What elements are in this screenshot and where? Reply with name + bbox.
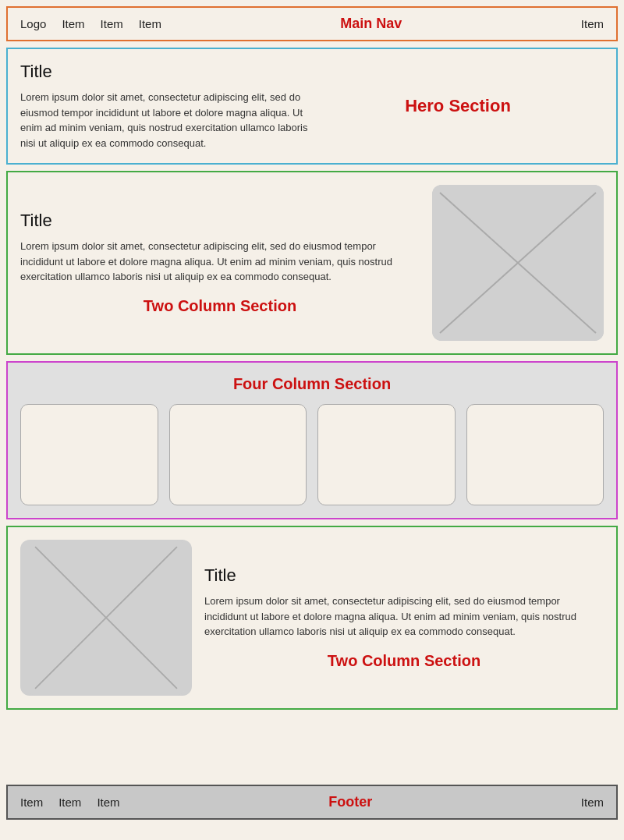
two-col-section-2: Title Lorem ipsum dolor sit amet, consec… [6,526,618,710]
two-col-2-label: Two Column Section [204,652,604,670]
footer-left-items: Item Item Item [20,796,120,809]
hero-label: Hero Section [312,96,604,116]
col-card-3 [317,404,456,505]
hero-body: Lorem ipsum dolor sit amet, consectetur … [20,90,312,151]
col-card-1 [20,404,158,505]
footer-title: Footer [120,794,581,810]
footer-item-3[interactable]: Item [97,796,119,809]
hero-text-block: Title Lorem ipsum dolor sit amet, consec… [20,62,312,151]
footer-item-right[interactable]: Item [581,796,604,809]
two-col-2-title: Title [204,565,604,586]
two-col-1-body: Lorem ipsum dolor sit amet, consectetur … [20,239,420,285]
two-col-1-label: Two Column Section [20,297,420,315]
four-col-label: Four Column Section [20,375,604,393]
two-col-2-image [20,540,192,696]
footer-item-2[interactable]: Item [58,796,81,809]
two-col-1-title: Title [20,211,420,231]
navbar-item-right[interactable]: Item [581,17,604,30]
navbar: Logo Item Item Item Main Nav Item [6,6,618,41]
hero-title: Title [20,62,312,82]
col-card-2 [169,404,307,505]
navbar-title: Main Nav [161,16,581,32]
spacer [0,716,624,778]
footer: Item Item Item Footer Item [6,785,618,820]
navbar-item-2[interactable]: Item [101,17,123,30]
col-card-4 [466,404,604,505]
two-col-2-text-block: Title Lorem ipsum dolor sit amet, consec… [204,565,604,670]
navbar-item-1[interactable]: Item [62,17,84,30]
navbar-item-3[interactable]: Item [139,17,161,30]
two-col-section-1: Title Lorem ipsum dolor sit amet, consec… [6,171,618,355]
navbar-left-items: Item Item Item [62,17,161,30]
two-col-2-body: Lorem ipsum dolor sit amet, consectetur … [204,594,604,640]
footer-item-1[interactable]: Item [20,796,43,809]
four-col-section: Four Column Section [6,361,618,519]
two-col-1-image [432,185,604,341]
two-col-1-text-block: Title Lorem ipsum dolor sit amet, consec… [20,211,420,315]
four-col-grid [20,404,604,505]
navbar-logo[interactable]: Logo [20,17,46,30]
hero-section: Title Lorem ipsum dolor sit amet, consec… [6,48,618,165]
